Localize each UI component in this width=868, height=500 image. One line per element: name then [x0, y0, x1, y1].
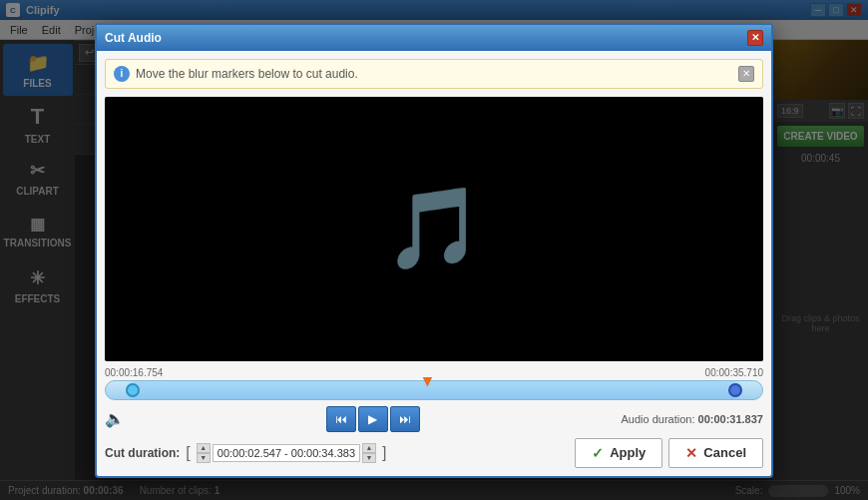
check-icon: ✓ — [592, 445, 604, 461]
playback-buttons: ⏮ ▶ ⏭ — [326, 406, 420, 432]
info-dismiss-button[interactable]: ✕ — [738, 66, 754, 82]
prev-button[interactable]: ⏮ — [326, 406, 356, 432]
info-bar-left: i Move the blur markers below to cut aud… — [114, 66, 358, 82]
spinner-right-up-button[interactable]: ▲ — [362, 443, 376, 453]
timeline-active-region — [126, 381, 743, 399]
volume-icon[interactable]: 🔈 — [105, 409, 125, 428]
dialog-action-buttons: ✓ Apply ✕ Cancel — [575, 438, 763, 468]
timeline-track[interactable] — [105, 380, 763, 400]
dialog-video-preview: 🎵 — [105, 97, 763, 361]
timeline-right-marker[interactable] — [728, 383, 742, 397]
cut-duration-row: Cut duration: [ ▲ ▼ 00:00:02.547 - 00:00… — [105, 438, 763, 468]
cut-time-input-wrap: ▲ ▼ 00:00:02.547 - 00:00:34.383 ▲ ▼ — [197, 443, 376, 463]
apply-button[interactable]: ✓ Apply — [575, 438, 662, 468]
timeline-end-time: 00:00:35.710 — [705, 367, 763, 378]
dialog-close-button[interactable]: ✕ — [747, 30, 763, 46]
dialog-title-bar: Cut Audio ✕ — [97, 25, 771, 51]
timeline-timestamps: 00:00:16.754 00:00:35.710 — [105, 367, 763, 378]
cut-time-display[interactable]: 00:00:02.547 - 00:00:34.383 — [213, 444, 360, 462]
dialog-playback-controls: 🔈 ⏮ ▶ ⏭ Audio duration: 00:00:31.837 — [105, 406, 763, 432]
right-bracket: ] — [382, 444, 386, 462]
next-button[interactable]: ⏭ — [390, 406, 420, 432]
info-icon: i — [114, 66, 130, 82]
cancel-label: Cancel — [703, 445, 746, 460]
play-button[interactable]: ▶ — [358, 406, 388, 432]
spinner-right-down-button[interactable]: ▼ — [362, 453, 376, 463]
timeline-start-time: 00:00:16.754 — [105, 367, 163, 378]
dialog-title: Cut Audio — [105, 31, 162, 45]
audio-duration-display: Audio duration: 00:00:31.837 — [621, 413, 763, 425]
x-icon: ✕ — [685, 445, 697, 461]
cancel-button[interactable]: ✕ Cancel — [668, 438, 763, 468]
cut-duration-label: Cut duration: — [105, 446, 180, 460]
spinner-down-button[interactable]: ▼ — [197, 453, 211, 463]
timeline-left-marker[interactable] — [126, 383, 140, 397]
spinner-up-button[interactable]: ▲ — [197, 443, 211, 453]
info-message: Move the blur markers below to cut audio… — [136, 67, 358, 81]
left-bracket: [ — [186, 444, 190, 462]
dialog-timeline[interactable]: 00:00:16.754 00:00:35.710 — [105, 367, 763, 400]
apply-label: Apply — [610, 445, 646, 460]
music-note-icon: 🎵 — [384, 182, 484, 275]
modal-overlay: Cut Audio ✕ i Move the blur markers belo… — [0, 0, 868, 500]
cut-time-spinner-right[interactable]: ▲ ▼ — [362, 443, 376, 463]
cut-time-spinner[interactable]: ▲ ▼ — [197, 443, 211, 463]
audio-duration-value: 00:00:31.837 — [698, 413, 763, 425]
cut-audio-dialog: Cut Audio ✕ i Move the blur markers belo… — [95, 23, 773, 478]
dialog-info-bar: i Move the blur markers below to cut aud… — [105, 59, 763, 89]
app-window: C Clipify ─ □ ✕ File Edit Project Video … — [0, 0, 868, 500]
